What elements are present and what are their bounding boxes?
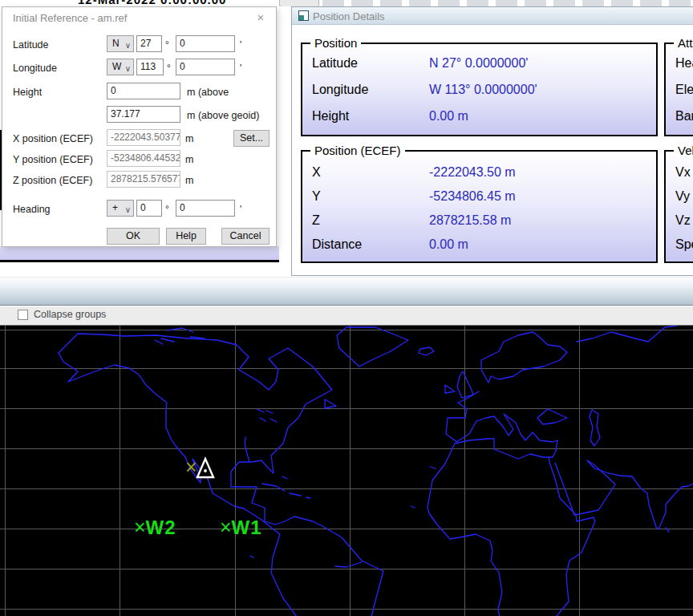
longitude-minutes-input[interactable]: 0	[176, 59, 235, 75]
longitude-minute-symbol: '	[240, 63, 241, 74]
attitude-group: Attitude Heading Elevation Bank	[664, 43, 693, 136]
chevron-down-icon: ∨	[125, 61, 131, 76]
clipped-toolbar-button[interactable]	[279, 0, 319, 6]
coastline-layer	[0, 326, 693, 616]
set-button[interactable]: Set...	[233, 130, 270, 147]
position-ecef-group: Position (ECEF) X -2222043.50 m Y -52348…	[301, 150, 658, 263]
collapsed-panel-bar[interactable]	[0, 277, 693, 306]
longitude-value: W 113° 0.0000000'	[429, 80, 537, 99]
velocity-group-title: Velocity	[674, 144, 693, 157]
clipped-timestamp-text: 12-Mar-2022 0:00:00.00	[78, 0, 226, 6]
waypoint-label: W1	[232, 517, 262, 538]
collapse-groups-checkbox[interactable]	[18, 310, 28, 320]
vy-row-label: Vy	[675, 187, 690, 206]
dialog-titlebar[interactable]: Initial Reference - am.ref ×	[2, 7, 276, 28]
y-ecef-input: -5234806.445327	[107, 150, 180, 167]
z-ecef-label: Z position (ECEF)	[13, 175, 92, 186]
speed-row-label: Speed	[675, 235, 693, 254]
heading-degree-symbol: °	[165, 204, 169, 215]
z-row-label: Z	[312, 211, 320, 230]
position-group: Position Latitude N 27° 0.0000000' Longi…	[301, 43, 658, 136]
longitude-degree-symbol: °	[167, 63, 171, 74]
position-group-title: Position	[310, 36, 361, 50]
cancel-button[interactable]: Cancel	[221, 228, 270, 245]
collapse-groups-label: Collapse groups	[34, 309, 106, 320]
height-geoid-unit-label: m (above geoid)	[187, 110, 259, 121]
height-unit-label: m (above	[187, 87, 229, 98]
longitude-label: Longitude	[13, 63, 57, 74]
background-window-top-strip: 12-Mar-2022 0:00:00.00	[0, 0, 693, 6]
close-icon[interactable]: ×	[253, 10, 268, 24]
heading-minutes-input[interactable]: 0	[176, 200, 235, 217]
chevron-down-icon: ∨	[125, 202, 131, 217]
height-row-label: Height	[312, 107, 349, 126]
heading-minute-symbol: '	[240, 204, 241, 215]
y-ecef-unit: m	[185, 154, 193, 165]
x-ecef-unit: m	[185, 133, 193, 144]
y-value: -5234806.45 m	[429, 187, 516, 206]
y-ecef-label: Y position (ECEF)	[13, 154, 93, 165]
help-button[interactable]: Help	[166, 228, 206, 245]
x-ecef-label: X position (ECEF)	[13, 133, 93, 144]
window-icon	[298, 10, 309, 21]
world-map[interactable]: ×W2×W1×	[0, 325, 693, 616]
clipped-toolbar-stripes	[322, 0, 693, 6]
bank-row-label: Bank	[675, 107, 693, 126]
latitude-hemisphere-value: N	[112, 38, 120, 49]
latitude-minutes-input[interactable]: 0	[176, 35, 235, 52]
distance-value: 0.00 m	[429, 235, 468, 254]
z-ecef-unit: m	[185, 175, 193, 186]
longitude-hemisphere-select[interactable]: W ∨	[107, 59, 134, 75]
waypoint-w2[interactable]: ×W2	[134, 516, 176, 539]
background-groupbox-bottom	[0, 246, 279, 262]
vz-row-label: Vz	[675, 211, 691, 230]
x-row-label: X	[312, 163, 321, 182]
dialog-title: Initial Reference - am.ref	[13, 12, 127, 24]
position-ecef-group-title: Position (ECEF)	[310, 144, 405, 157]
latitude-degrees-input[interactable]: 27	[136, 35, 162, 52]
latitude-minute-symbol: '	[240, 39, 241, 51]
latitude-label: Latitude	[13, 39, 48, 51]
height-label: Height	[13, 87, 42, 98]
height-geoid-input[interactable]: 37.177	[107, 106, 180, 123]
vx-row-label: Vx	[675, 163, 691, 182]
longitude-row-label: Longitude	[312, 80, 368, 99]
heading-label: Heading	[13, 204, 51, 215]
latitude-row-label: Latitude	[312, 54, 358, 73]
chevron-down-icon: ∨	[125, 38, 131, 53]
z-value: 2878215.58 m	[429, 211, 511, 230]
latitude-value: N 27° 0.0000000'	[429, 54, 528, 73]
height-input[interactable]: 0	[107, 83, 180, 99]
heading-degrees-input[interactable]: 0	[136, 200, 162, 217]
heading-sign-select[interactable]: + ∨	[107, 200, 134, 217]
longitude-hemisphere-value: W	[112, 61, 121, 72]
longitude-degrees-input[interactable]: 113	[136, 59, 164, 75]
vehicle-triangle-icon[interactable]	[196, 456, 217, 480]
ok-button[interactable]: OK	[107, 228, 160, 245]
heading-sign-value: +	[112, 202, 118, 213]
height-value: 0.00 m	[429, 107, 468, 126]
x-value: -2222043.50 m	[429, 163, 516, 182]
waypoint-label: W2	[146, 517, 176, 538]
position-details-window: Position Details Position Latitude N 27°…	[291, 6, 693, 276]
z-ecef-input: 2878215.5765774	[107, 171, 180, 188]
position-details-title: Position Details	[313, 10, 385, 22]
map-options-panel: Collapse groups	[0, 306, 693, 325]
waypoint-x-icon: ×	[220, 516, 232, 538]
waypoint-w1[interactable]: ×W1	[220, 516, 262, 539]
attitude-group-title: Attitude	[674, 36, 693, 50]
position-details-titlebar[interactable]: Position Details	[292, 7, 693, 25]
screen: 12-Mar-2022 0:00:00.00 Initial Reference…	[0, 0, 693, 616]
heading-row-label: Heading	[675, 54, 693, 73]
velocity-group: Velocity Vx Vy Vz Speed	[664, 150, 693, 263]
x-ecef-input: -2222043.503773	[107, 129, 180, 146]
elevation-row-label: Elevation	[675, 80, 693, 99]
latitude-hemisphere-select[interactable]: N ∨	[107, 35, 134, 52]
distance-row-label: Distance	[312, 235, 362, 254]
y-row-label: Y	[312, 187, 321, 206]
initial-reference-dialog: Initial Reference - am.ref × Latitude N …	[2, 6, 277, 247]
waypoint-x-icon: ×	[134, 516, 146, 538]
latitude-degree-symbol: °	[165, 39, 169, 51]
